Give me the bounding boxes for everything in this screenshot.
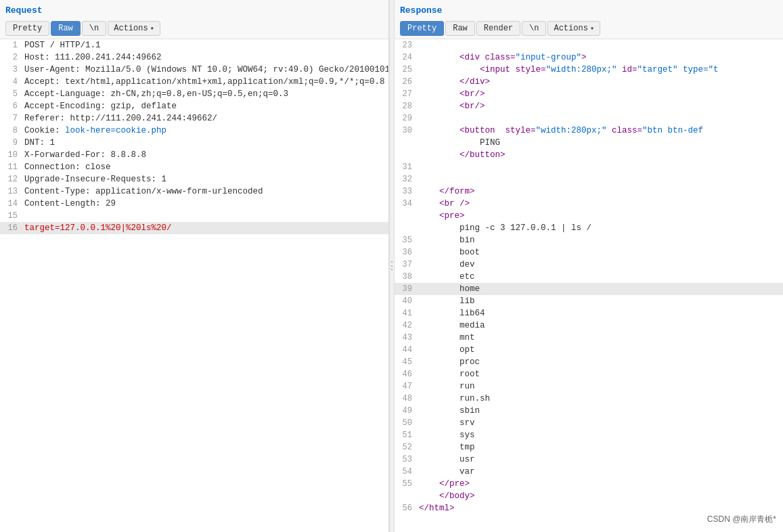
table-row: 37 dev — [395, 259, 783, 271]
table-row: 2Host: 111.200.241.244:49662 — [0, 51, 388, 64]
response-tab-raw[interactable]: Raw — [445, 21, 475, 36]
request-toolbar: Pretty Raw \n Actions ▾ — [5, 18, 383, 39]
panel-divider[interactable]: ⋮ — [389, 0, 395, 532]
table-row: 1POST / HTTP/1.1 — [0, 39, 388, 51]
line-number: 25 — [395, 64, 416, 76]
line-number: 37 — [395, 259, 416, 271]
line-number: 55 — [395, 478, 416, 490]
line-number: 11 — [0, 161, 22, 173]
table-row: 8Cookie: look-here=cookie.php — [0, 125, 388, 137]
table-row: 47 run — [395, 380, 783, 393]
line-number: 34 — [395, 198, 416, 210]
line-content: sbin — [416, 405, 483, 417]
line-number: 23 — [395, 39, 416, 51]
line-number: 31 — [395, 161, 416, 173]
line-content: <br /> <pre> — [416, 198, 472, 222]
table-row: 25 <input style="width:280px;" id="targe… — [395, 64, 783, 76]
request-actions-button[interactable]: Actions ▾ — [108, 21, 160, 36]
line-content: usr — [416, 453, 478, 466]
table-row: 52 tmp — [395, 441, 783, 453]
table-row: 3User-Agent: Mozilla/5.0 (Windows NT 10.… — [0, 64, 388, 76]
line-content: Content-Length: 29 — [22, 198, 118, 210]
response-tab-render[interactable]: Render — [476, 21, 520, 36]
response-header: Response Pretty Raw Render \n Actions ▾ — [395, 0, 783, 39]
line-content: Accept-Encoding: gzip, deflate — [22, 100, 179, 112]
response-tab-pretty[interactable]: Pretty — [400, 21, 444, 36]
line-number: 13 — [0, 185, 22, 198]
line-number: 28 — [395, 100, 416, 112]
table-row: 38 etc — [395, 271, 783, 283]
response-actions-chevron-icon: ▾ — [590, 24, 594, 32]
request-tab-newline[interactable]: \n — [82, 21, 106, 36]
table-row: 12Upgrade-Insecure-Requests: 1 — [0, 173, 388, 185]
line-content: root — [416, 368, 483, 380]
line-number: 56 — [395, 502, 416, 514]
line-content: POST / HTTP/1.1 — [22, 39, 104, 51]
table-row: 9DNT: 1 — [0, 137, 388, 149]
line-content: run.sh — [416, 393, 493, 405]
line-content: bin — [416, 234, 478, 246]
table-row: 24 <div class="input-group"> — [395, 51, 783, 64]
line-content: <br/> — [416, 100, 488, 112]
table-row: 16target=127.0.0.1%20|%20ls%20/ — [0, 222, 388, 234]
table-row: 35 bin — [395, 234, 783, 246]
table-row: 31 — [395, 161, 783, 173]
request-lines: 1POST / HTTP/1.12Host: 111.200.241.244:4… — [0, 39, 388, 234]
line-content: <br/> — [416, 88, 488, 100]
table-row: 36 boot — [395, 246, 783, 259]
line-content: opt — [416, 344, 478, 356]
line-content: Content-Type: application/x-www-form-url… — [22, 185, 266, 198]
line-number: 38 — [395, 271, 416, 283]
line-number: 42 — [395, 319, 416, 332]
line-number: 29 — [395, 112, 416, 125]
response-actions-button[interactable]: Actions ▾ — [547, 21, 600, 36]
line-content: boot — [416, 246, 483, 259]
table-row: 54 var — [395, 466, 783, 478]
line-number: 24 — [395, 51, 416, 64]
line-number: 43 — [395, 332, 416, 344]
response-tab-newline[interactable]: \n — [522, 21, 546, 36]
line-content: Accept-Language: zh-CN,zh;q=0.8,en-US;q=… — [22, 88, 291, 100]
line-number: 53 — [395, 453, 416, 466]
request-tab-pretty[interactable]: Pretty — [5, 21, 49, 36]
line-content: <input style="width:280px;" id="target" … — [416, 64, 721, 76]
line-number: 44 — [395, 344, 416, 356]
line-number: 35 — [395, 234, 416, 246]
table-row: 15 — [0, 210, 388, 222]
table-row: 42 media — [395, 319, 783, 332]
line-content: proc — [416, 356, 483, 368]
line-content: </div> — [416, 76, 493, 88]
table-row: 33 </form> — [395, 185, 783, 198]
table-row: 46 root — [395, 368, 783, 380]
line-number: 1 — [0, 39, 22, 51]
line-content: User-Agent: Mozilla/5.0 (Windows NT 10.0… — [22, 64, 388, 76]
response-toolbar: Pretty Raw Render \n Actions ▾ — [400, 18, 778, 39]
line-content: srv — [416, 417, 478, 429]
line-number: 5 — [0, 88, 22, 100]
line-content: Accept: text/html,application/xhtml+xml,… — [22, 76, 388, 88]
line-number: 54 — [395, 466, 416, 478]
line-content: etc — [416, 271, 478, 283]
line-content: lib — [416, 295, 478, 307]
line-content: </pre> </body> — [416, 478, 478, 502]
line-content: Host: 111.200.241.244:49662 — [22, 51, 164, 64]
line-number: 15 — [0, 210, 22, 222]
request-code-area: 1POST / HTTP/1.12Host: 111.200.241.244:4… — [0, 39, 388, 532]
table-row: 13Content-Type: application/x-www-form-u… — [0, 185, 388, 198]
request-tab-raw[interactable]: Raw — [51, 21, 81, 36]
response-panel: Response Pretty Raw Render \n Actions ▾ … — [395, 0, 783, 532]
line-number: 45 — [395, 356, 416, 368]
request-actions-chevron-icon: ▾ — [150, 24, 154, 32]
table-row: 55 </pre> </body> — [395, 478, 783, 502]
line-content: Cookie: look-here=cookie.php — [22, 125, 169, 137]
line-number: 14 — [0, 198, 22, 210]
request-actions-label: Actions — [114, 24, 148, 33]
line-number: 51 — [395, 429, 416, 441]
line-number: 27 — [395, 88, 416, 100]
table-row: 50 srv — [395, 417, 783, 429]
line-content: mnt — [416, 332, 478, 344]
table-row: 29 — [395, 112, 783, 125]
line-number: 2 — [0, 51, 22, 64]
line-number: 4 — [0, 76, 22, 88]
table-row: 43 mnt — [395, 332, 783, 344]
